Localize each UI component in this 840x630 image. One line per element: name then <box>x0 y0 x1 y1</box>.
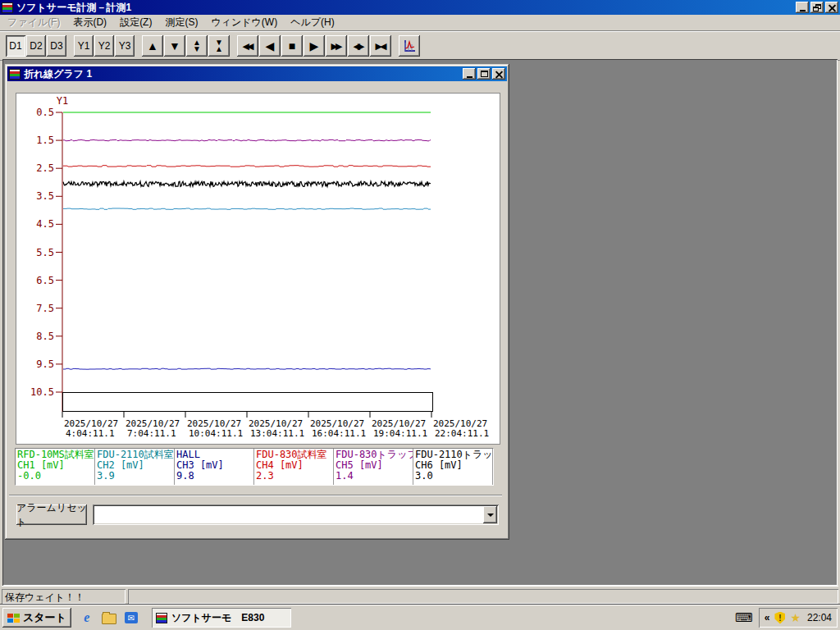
minimize-button[interactable] <box>796 2 809 13</box>
series-line-ch6 <box>63 181 431 186</box>
alarm-reset-button[interactable]: アラームリセット <box>16 504 87 525</box>
close-icon <box>495 71 503 78</box>
graph-window-client: Y10.51.52.53.54.55.56.57.58.59.510.52025… <box>7 82 507 537</box>
legend-current-value: -0.0 <box>17 471 93 482</box>
fast-rewind-icon: ◀◀ <box>244 42 252 51</box>
toolbar-button-y1[interactable]: Y1 <box>74 35 94 57</box>
mail-icon[interactable]: ✉ <box>124 610 139 625</box>
fit-vertical-icon: ▼▲ <box>215 39 223 52</box>
status-bar: 保存ウェイト！！ <box>2 586 838 605</box>
toolbar-button-step-back[interactable]: ◀ <box>259 35 281 57</box>
toolbar-button-label: Y3 <box>119 40 131 52</box>
separator <box>9 495 502 496</box>
star-tray-icon[interactable]: ★ <box>790 612 801 623</box>
folder-icon[interactable] <box>102 610 116 625</box>
legend-cell-ch2: FDU-2110試料室CH2 [mV]3.9 <box>95 449 175 485</box>
svg-text:6.5: 6.5 <box>36 275 54 286</box>
svg-text:4.5: 4.5 <box>36 218 54 230</box>
compress-horizontal-icon: ▶◀ <box>377 42 385 51</box>
svg-text:13:04:11.1: 13:04:11.1 <box>250 428 304 439</box>
graph-maximize-button[interactable] <box>477 68 491 80</box>
scroll-down-icon: ▼ <box>169 40 180 52</box>
toolbar-button-expand-vertical[interactable]: ▲▼ <box>186 35 208 57</box>
toolbar-button-compress-horizontal[interactable]: ▶◀ <box>370 35 391 57</box>
toolbar-button-label: Y1 <box>78 40 90 52</box>
menu-measure[interactable]: 測定(S) <box>158 14 204 31</box>
taskbar: スタート e ✉ ソフトサーモ E830 ⌨ « ! ★ 22:04 <box>0 605 840 630</box>
minimize-icon <box>800 10 806 11</box>
svg-text:22:04:11.1: 22:04:11.1 <box>435 428 489 439</box>
legend-cell-ch4: FDU-830試料室CH4 [mV]2.3 <box>254 449 334 485</box>
keyboard-layout-icon[interactable]: ⌨ <box>735 610 753 625</box>
minimize-icon <box>467 76 472 78</box>
toolbar-button-fast-rewind[interactable]: ◀◀ <box>237 35 258 57</box>
trend-graph-icon <box>402 39 417 53</box>
close-icon <box>829 4 836 11</box>
scroll-up-icon: ▲ <box>147 40 158 52</box>
alarm-combobox[interactable] <box>93 504 499 525</box>
svg-text:10:04:11.1: 10:04:11.1 <box>189 428 243 439</box>
security-shield-icon[interactable]: ! <box>774 612 785 624</box>
taskbar-task-button[interactable]: ソフトサーモ E830 <box>152 608 291 628</box>
restore-icon <box>813 4 821 11</box>
task-button-label: ソフトサーモ E830 <box>171 611 264 625</box>
status-panel-2 <box>128 589 838 604</box>
start-button[interactable]: スタート <box>2 608 71 628</box>
system-tray: ⌨ « ! ★ 22:04 <box>735 608 838 628</box>
legend-cell-ch5: FDU-830トラップCH5 [mV]1.4 <box>334 449 413 485</box>
toolbar-button-d1[interactable]: D1 <box>6 35 25 57</box>
menu-window[interactable]: ウィンドウ(W) <box>204 14 284 31</box>
svg-text:4:04:11.1: 4:04:11.1 <box>66 428 115 439</box>
svg-text:5.5: 5.5 <box>36 247 54 258</box>
menu-settings[interactable]: 設定(Z) <box>113 14 158 31</box>
step-back-icon: ◀ <box>266 40 275 52</box>
combobox-dropdown-button[interactable] <box>483 506 497 523</box>
app-icon <box>156 613 167 623</box>
screen: ソフトサーモ計測－計測1 ファイル(F)表示(D)設定(Z)測定(S)ウィンドウ… <box>0 0 840 630</box>
toolbar-button-y3[interactable]: Y3 <box>115 35 135 57</box>
graph-window: 折れ線グラフ 1 Y10.51.52.53.54.55.56.57.58.59.… <box>5 64 509 540</box>
toolbar-button-expand-horizontal[interactable]: ◀▶ <box>348 35 369 57</box>
start-button-label: スタート <box>23 610 66 625</box>
toolbar-button-label: D1 <box>9 40 21 52</box>
menu-help[interactable]: ヘルプ(H) <box>284 14 341 31</box>
step-forward-icon: ▶ <box>310 40 319 52</box>
toolbar-button-fast-forward[interactable]: ▶▶ <box>326 35 347 57</box>
graph-window-titlebar[interactable]: 折れ線グラフ 1 <box>7 66 507 81</box>
quick-launch: e ✉ <box>80 610 139 625</box>
toolbar-button-stop[interactable]: ■ <box>281 35 303 57</box>
legend-cell-ch6: FDU-2110トラップCH6 [mV]3.0 <box>413 449 493 485</box>
fast-forward-icon: ▶▶ <box>333 42 340 51</box>
internet-explorer-icon[interactable]: e <box>80 610 94 625</box>
svg-text:19:04:11.1: 19:04:11.1 <box>373 428 427 439</box>
toolbar-button-label: D3 <box>50 40 62 52</box>
toolbar: D1D2D3Y1Y2Y3▲▼▲▼▼▲◀◀◀■▶▶▶◀▶▶◀ <box>0 31 840 61</box>
toolbar-button-scroll-up[interactable]: ▲ <box>142 35 163 57</box>
taskbar-clock[interactable]: 22:04 <box>806 612 832 623</box>
toolbar-button-label: Y2 <box>98 40 111 52</box>
legend-cell-ch1: RFD-10MS試料室CH1 [mV]-0.0 <box>16 449 95 485</box>
toolbar-button-step-forward[interactable]: ▶ <box>304 35 325 57</box>
tray-box: « ! ★ 22:04 <box>759 608 838 628</box>
close-button[interactable] <box>825 2 838 13</box>
legend-cell-ch3: HALLCH3 [mV]9.8 <box>175 449 254 485</box>
graph-minimize-button[interactable] <box>463 68 476 80</box>
toolbar-button-d3[interactable]: D3 <box>47 35 66 57</box>
toolbar-button-fit-vertical[interactable]: ▼▲ <box>208 35 230 57</box>
svg-text:Y1: Y1 <box>57 95 68 107</box>
menu-file[interactable]: ファイル(F) <box>1 14 66 31</box>
menu-view[interactable]: 表示(D) <box>66 14 113 31</box>
toolbar-button-d2[interactable]: D2 <box>26 35 46 57</box>
tray-expand-chevron[interactable]: « <box>765 612 770 623</box>
toolbar-button-label: D2 <box>30 40 42 52</box>
graph-close-button[interactable] <box>492 68 505 80</box>
toolbar-button-scroll-down[interactable]: ▼ <box>164 35 185 57</box>
stop-icon: ■ <box>289 40 295 52</box>
series-line-ch2 <box>63 208 431 209</box>
app-titlebar: ソフトサーモ計測－計測1 <box>0 0 840 15</box>
trend-graph-button[interactable] <box>399 35 420 57</box>
toolbar-button-y2[interactable]: Y2 <box>94 35 114 57</box>
app-window: ソフトサーモ計測－計測1 ファイル(F)表示(D)設定(Z)測定(S)ウィンドウ… <box>0 0 840 605</box>
plot-area: Y10.51.52.53.54.55.56.57.58.59.510.52025… <box>16 93 500 445</box>
restore-button[interactable] <box>810 2 824 13</box>
